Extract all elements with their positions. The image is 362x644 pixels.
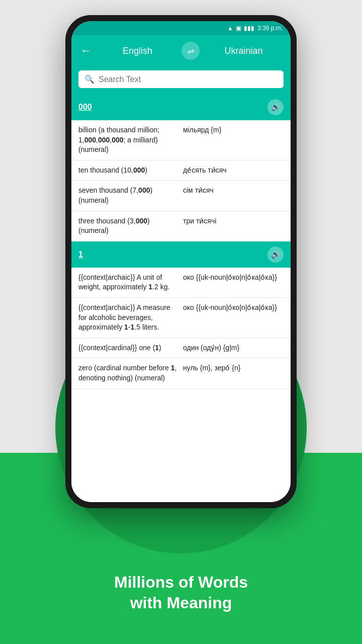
entry-en: seven thousand (7,000) (numeral) bbox=[78, 186, 183, 205]
bottom-tagline: Millions of Wordswith Meaning bbox=[0, 572, 362, 614]
entry-en: billion (a thousand million; 1,000,000,0… bbox=[78, 125, 183, 155]
table-row: {{context|archaic}} A unit of weight, ap… bbox=[71, 268, 291, 298]
entry-uk: де́сять ти́сяч bbox=[183, 166, 284, 176]
entry-uk: мільярд {m} bbox=[183, 125, 284, 155]
swap-icon: ⇌ bbox=[188, 46, 194, 56]
entry-uk: один (оду́н) {g|m} bbox=[183, 343, 284, 353]
table-row: seven thousand (7,000) (numeral) сім ти́… bbox=[71, 181, 291, 211]
entry-en: {{context|archaic}} A measure for alcoho… bbox=[78, 303, 183, 333]
swap-languages-button[interactable]: ⇌ bbox=[182, 42, 200, 60]
search-bar: 🔍 bbox=[78, 70, 284, 88]
app-header: ← English ⇌ Ukrainian bbox=[71, 35, 291, 66]
entry-en: {{context|cardinal}} one (1) bbox=[78, 343, 183, 353]
status-bar: ▲ ▣ ▮▮▮ 3:36 p.m. bbox=[71, 21, 291, 35]
section-header-1: 1 🔊 bbox=[71, 242, 291, 268]
section-000-label: 000 bbox=[78, 103, 92, 112]
table-row: {{context|archaic}} A measure for alcoho… bbox=[71, 298, 291, 338]
entry-uk: око {{uk-noun|о́ко|n|о́ка|о́ка}} bbox=[183, 273, 284, 292]
entry-uk: сім ти́сяч bbox=[183, 186, 284, 205]
entry-uk: око {{uk-noun|о́ко|n|о́ка|о́ка}} bbox=[183, 303, 284, 333]
table-row: {{context|cardinal}} one (1) один (оду́н… bbox=[71, 338, 291, 359]
battery-icon: ▮▮▮ bbox=[244, 25, 254, 32]
status-icons: ▲ ▣ ▮▮▮ bbox=[227, 25, 254, 32]
entry-en: three thousand (3,000) (numeral) bbox=[78, 216, 183, 236]
search-icon: 🔍 bbox=[84, 74, 95, 84]
search-input[interactable] bbox=[99, 75, 278, 84]
back-button[interactable]: ← bbox=[78, 42, 94, 59]
table-row: three thousand (3,000) (numeral) три ти́… bbox=[71, 211, 291, 242]
section-1-label: 1 bbox=[78, 250, 83, 259]
content-area: 000 🔊 billion (a thousand million; 1,000… bbox=[71, 94, 291, 502]
speaker-icon-000: 🔊 bbox=[271, 103, 281, 112]
entry-en: {{context|archaic}} A unit of weight, ap… bbox=[78, 273, 183, 292]
table-row: zero (cardinal number before 1, denoting… bbox=[71, 358, 291, 388]
search-bar-container: 🔍 bbox=[71, 66, 291, 94]
phone-screen: ▲ ▣ ▮▮▮ 3:36 p.m. ← English ⇌ Ukrainian … bbox=[71, 21, 291, 502]
table-row: ten thousand (10,000) де́сять ти́сяч bbox=[71, 160, 291, 181]
speaker-button-1[interactable]: 🔊 bbox=[267, 247, 284, 263]
entry-uk: нуль {m}, зеро́ {n} bbox=[183, 363, 284, 383]
status-time: 3:36 p.m. bbox=[257, 25, 283, 32]
entry-en: zero (cardinal number before 1, denoting… bbox=[78, 363, 183, 383]
target-language-label: Ukrainian bbox=[204, 46, 284, 56]
section-header-000: 000 🔊 bbox=[71, 94, 291, 120]
phone-frame: ▲ ▣ ▮▮▮ 3:36 p.m. ← English ⇌ Ukrainian … bbox=[65, 15, 297, 508]
entry-en: ten thousand (10,000) bbox=[78, 166, 183, 176]
entry-uk: три ти́сячі bbox=[183, 216, 284, 236]
source-language-label: English bbox=[98, 46, 177, 56]
tagline-text: Millions of Wordswith Meaning bbox=[114, 573, 248, 612]
speaker-button-000[interactable]: 🔊 bbox=[267, 99, 284, 115]
wifi-icon: ▲ bbox=[227, 25, 233, 32]
sim-icon: ▣ bbox=[236, 25, 241, 32]
table-row: billion (a thousand million; 1,000,000,0… bbox=[71, 120, 291, 160]
speaker-icon-1: 🔊 bbox=[271, 250, 281, 259]
